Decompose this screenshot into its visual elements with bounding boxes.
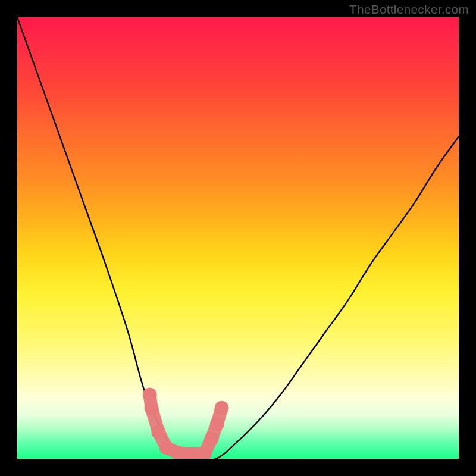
marker-dot [204,432,218,446]
bottleneck-curve-line [17,17,459,459]
chart-frame: TheBottlenecker.com [0,0,476,476]
marker-dot [143,387,157,402]
marker-dot [151,425,165,439]
marker-dot [215,401,229,415]
watermark-text: TheBottlenecker.com [349,2,469,17]
plot-area [17,17,459,459]
marker-dot [210,416,224,431]
marker-dot [145,401,159,415]
bottleneck-curve-svg [17,17,459,459]
